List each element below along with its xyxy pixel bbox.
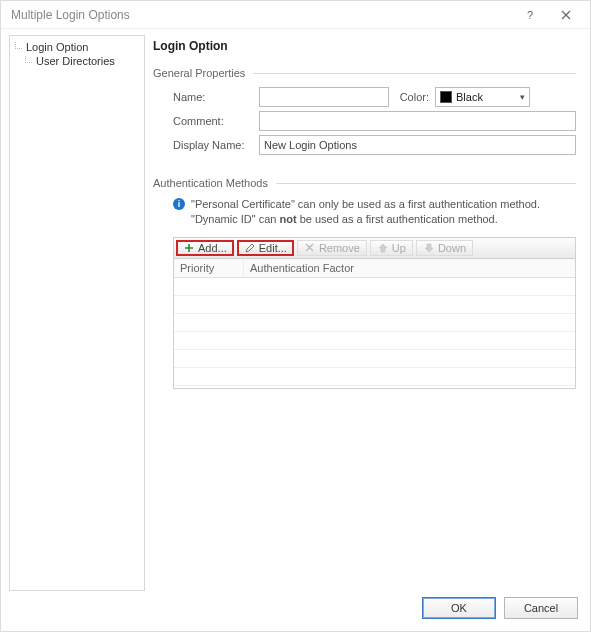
display-name-label: Display Name: [173, 139, 253, 151]
table-row [174, 296, 575, 314]
color-swatch-icon [440, 91, 452, 103]
nav-tree: Login Option User Directories [9, 35, 145, 591]
close-button[interactable] [548, 1, 584, 28]
chevron-down-icon: ▾ [520, 92, 525, 102]
col-header-priority[interactable]: Priority [174, 259, 244, 277]
add-button[interactable]: Add... [176, 240, 234, 256]
arrow-down-icon [423, 242, 435, 254]
plus-icon [183, 242, 195, 254]
remove-button[interactable]: Remove [297, 240, 367, 256]
cancel-button[interactable]: Cancel [504, 597, 578, 619]
section-header-general: General Properties [153, 67, 576, 79]
name-input[interactable] [259, 87, 389, 107]
tree-item-label: Login Option [26, 41, 88, 53]
help-button[interactable]: ? [512, 1, 548, 28]
info-icon: i [173, 198, 185, 210]
grid-body[interactable] [174, 278, 575, 388]
comment-label: Comment: [173, 115, 253, 127]
tree-item-label: User Directories [36, 55, 115, 67]
table-row [174, 368, 575, 386]
edit-button[interactable]: Edit... [237, 240, 294, 256]
tree-item-login-option[interactable]: Login Option [12, 40, 142, 54]
table-row [174, 314, 575, 332]
page-title: Login Option [153, 39, 576, 53]
close-icon [561, 10, 571, 20]
down-button[interactable]: Down [416, 240, 473, 256]
x-icon [304, 242, 316, 254]
pencil-icon [244, 242, 256, 254]
section-header-auth: Authentication Methods [153, 177, 576, 189]
up-button[interactable]: Up [370, 240, 413, 256]
display-name-input[interactable] [259, 135, 576, 155]
comment-input[interactable] [259, 111, 576, 131]
auth-grid: Priority Authentication Factor [173, 259, 576, 389]
table-row [174, 332, 575, 350]
help-icon: ? [527, 9, 533, 21]
arrow-up-icon [377, 242, 389, 254]
tree-item-user-directories[interactable]: User Directories [12, 54, 142, 68]
col-header-factor[interactable]: Authentication Factor [244, 259, 575, 277]
table-row [174, 350, 575, 368]
table-row [174, 278, 575, 296]
color-label: Color: [395, 91, 429, 103]
ok-button[interactable]: OK [422, 597, 496, 619]
color-select[interactable]: Black ▾ [435, 87, 530, 107]
window-title: Multiple Login Options [11, 8, 512, 22]
color-value: Black [456, 91, 483, 103]
name-label: Name: [173, 91, 253, 103]
auth-info-text: i "Personal Certificate" can only be use… [153, 195, 576, 231]
auth-toolbar: Add... Edit... Remove Up [173, 237, 576, 259]
